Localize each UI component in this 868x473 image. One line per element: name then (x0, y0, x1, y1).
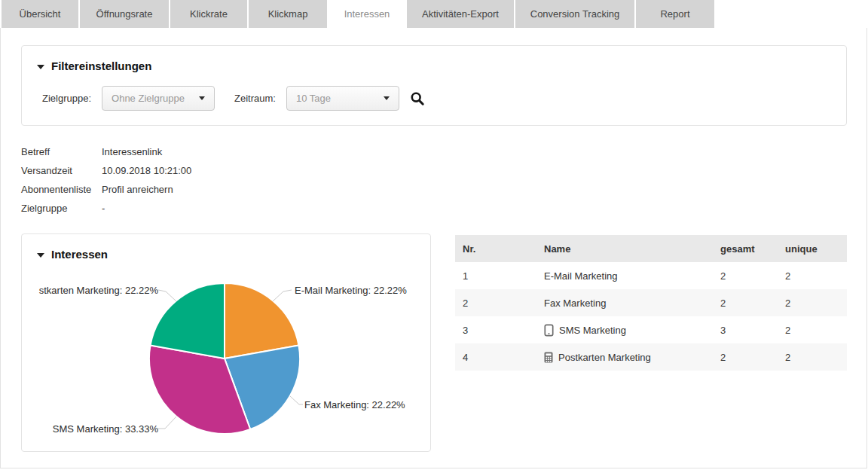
filter-settings-title: Filtereinstellungen (51, 60, 151, 72)
mailing-meta: BetreffInteressenlinkVersandzeit10.09.20… (21, 142, 191, 218)
cell-name: SMS Marketing (544, 324, 720, 337)
pie-slice-postkarten-marketing[interactable] (151, 283, 225, 359)
pie-label-sms-marketing: SMS Marketing: 33.33% (53, 423, 158, 435)
interest-name: Fax Marketing (544, 298, 606, 309)
cell-gesamt: 2 (720, 298, 785, 309)
column-header-name: Name (544, 243, 720, 255)
chevron-down-icon (384, 96, 390, 100)
search-icon (410, 91, 425, 106)
column-header-gesamt: gesamt (720, 243, 785, 255)
zielgruppe-dropdown-value: Ohne Zielgruppe (112, 93, 185, 104)
meta-value: 10.09.2018 10:21:00 (102, 165, 191, 176)
cell-gesamt: 2 (720, 352, 785, 363)
zeitraum-dropdown[interactable]: 10 Tage (286, 86, 399, 111)
meta-value: - (102, 203, 105, 214)
table-row: 4Postkarten Marketing22 (455, 343, 847, 371)
interests-title: Interessen (51, 248, 108, 261)
caret-down-icon (37, 65, 44, 69)
cell-nr: 4 (455, 352, 544, 363)
cell-nr: 3 (455, 325, 544, 336)
pie-leader-line (273, 290, 292, 301)
interest-name: SMS Marketing (559, 325, 626, 336)
search-button[interactable] (410, 91, 425, 106)
chevron-down-icon (199, 96, 205, 100)
zeitraum-label: Zeitraum: (234, 93, 276, 104)
meta-label: Abonnentenliste (21, 184, 102, 195)
zielgruppe-label: Zielgruppe: (42, 93, 91, 104)
meta-row: Versandzeit10.09.2018 10:21:00 (21, 161, 191, 180)
meta-row: AbonnentenlisteProfil anreichern (21, 180, 191, 199)
cell-nr: 1 (455, 270, 544, 282)
cell-nr: 2 (455, 298, 544, 309)
interests-pie-chart: E-Mail Marketing: 22.22%Fax Marketing: 2… (22, 234, 432, 453)
interest-name: Postkarten Marketing (558, 352, 651, 363)
tab-klickrate[interactable]: Klickrate (170, 0, 247, 28)
table-row: 2Fax Marketing22 (455, 289, 847, 316)
column-header-unique: unique (785, 243, 847, 255)
interest-name: E-Mail Marketing (544, 270, 618, 282)
campaign-analytics-page: ÜbersichtÖffnungsrateKlickrateKlickmapIn… (0, 0, 868, 473)
pie-leader-line (290, 396, 303, 404)
pie-label-e-mail-marketing: E-Mail Marketing: 22.22% (295, 285, 407, 296)
meta-label: Versandzeit (21, 165, 102, 176)
zielgruppe-dropdown[interactable]: Ohne Zielgruppe (102, 86, 215, 111)
cell-gesamt: 2 (720, 270, 785, 282)
tab--ffnungsrate[interactable]: Öffnungsrate (80, 0, 169, 28)
column-header-nr: Nr. (455, 243, 544, 255)
cell-name: Fax Marketing (544, 298, 720, 309)
tab-klickmap[interactable]: Klickmap (249, 0, 327, 28)
tab-report[interactable]: Report (636, 0, 714, 28)
cell-name: Postkarten Marketing (544, 352, 720, 363)
cell-unique: 2 (785, 270, 847, 282)
tab--bersicht[interactable]: Übersicht (2, 0, 78, 28)
table-row: 3SMS Marketing32 (455, 316, 847, 343)
interests-toggle[interactable]: Interessen (37, 248, 108, 261)
zeitraum-dropdown-value: 10 Tage (296, 93, 331, 104)
filter-settings-panel: Filtereinstellungen Zielgruppe: Ohne Zie… (21, 45, 847, 126)
meta-value: Profil anreichern (102, 184, 173, 195)
smartphone-icon (544, 324, 554, 337)
filter-settings-toggle[interactable]: Filtereinstellungen (37, 60, 151, 72)
cell-gesamt: 3 (720, 325, 785, 336)
cell-unique: 2 (785, 325, 847, 336)
meta-row: Zielgruppe- (21, 199, 191, 218)
meta-label: Betreff (21, 146, 102, 157)
pie-svg (22, 234, 432, 453)
calculator-icon (544, 352, 553, 363)
meta-value: Interessenlink (102, 146, 162, 157)
pie-label-postkarten-marketing: stkarten Marketing: 22.22% (39, 285, 158, 296)
pie-leader-line (158, 417, 176, 429)
tab-interessen[interactable]: Interessen (329, 0, 405, 28)
table-row: 1E-Mail Marketing22 (455, 262, 847, 289)
meta-label: Zielgruppe (21, 203, 102, 214)
tab-conversion-tracking[interactable]: Conversion Tracking (515, 0, 634, 28)
caret-down-icon (37, 253, 44, 258)
pie-leader-line (158, 290, 176, 301)
cell-name: E-Mail Marketing (544, 270, 720, 282)
filter-controls: Zielgruppe: Ohne Zielgruppe Zeitraum: 10… (42, 86, 425, 111)
interests-table: Nr.Namegesamtunique1E-Mail Marketing222F… (455, 235, 847, 371)
tab-bar: ÜbersichtÖffnungsrateKlickrateKlickmapIn… (0, 0, 868, 28)
cell-unique: 2 (785, 352, 847, 363)
meta-row: BetreffInteressenlink (21, 142, 191, 161)
tab-aktivit-ten-export[interactable]: Aktivitäten-Export (407, 0, 514, 28)
pie-label-fax-marketing: Fax Marketing: 22.22% (304, 399, 405, 410)
table-header-row: Nr.Namegesamtunique (455, 235, 847, 262)
cell-unique: 2 (785, 298, 847, 309)
interests-panel: Interessen E-Mail Marketing: 22.22%Fax M… (21, 233, 431, 452)
